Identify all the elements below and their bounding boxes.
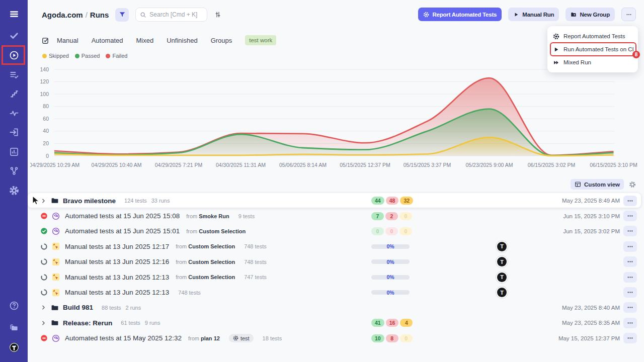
steps-icon xyxy=(9,89,19,99)
run-row[interactable]: Manual tests at 13 Jun 2025 12:17from Cu… xyxy=(32,239,640,254)
search-input[interactable]: Search [Cmd + K] xyxy=(135,8,207,22)
run-source: from Custom Selection xyxy=(176,243,235,249)
run-row[interactable]: Manual tests at 13 Jun 2025 12:13748 tes… xyxy=(32,285,640,300)
report-automated-tests-button[interactable]: Report Automated Tests xyxy=(418,8,502,21)
run-date: May 23, 2025 8:49 AM xyxy=(562,198,620,204)
menu-item-run-automated-tests-on-ci[interactable]: Run Automated Tests on CI8 xyxy=(547,43,638,56)
svg-text:04/30/2025 11:31 AM: 04/30/2025 11:31 AM xyxy=(216,162,266,168)
folder-icon xyxy=(51,304,59,312)
run-tests-count: 18 tests xyxy=(263,335,282,341)
assignee-avatar[interactable]: T xyxy=(497,288,507,297)
custom-view-button[interactable]: Custom view xyxy=(571,179,624,190)
row-more-button[interactable] xyxy=(623,196,637,206)
run-row[interactable]: Automated tests at 15 Jun 2025 15:08from… xyxy=(32,208,640,223)
progress-value: 0% xyxy=(386,259,394,265)
svg-text:04/29/2025 10:29 AM: 04/29/2025 10:29 AM xyxy=(30,162,79,168)
sidebar-item-steps[interactable] xyxy=(0,84,28,104)
row-more-button[interactable] xyxy=(623,272,637,283)
result-badges: 000 xyxy=(371,227,412,235)
sidebar-item-analytics[interactable] xyxy=(0,142,28,161)
sidebar-item-projects[interactable] xyxy=(0,318,28,337)
row-more-button[interactable] xyxy=(623,333,637,343)
sidebar-item-test-plans[interactable] xyxy=(0,65,28,84)
run-row[interactable]: Automated tests at 15 May 2025 12:32from… xyxy=(32,331,640,346)
run-title[interactable]: Manual tests at 13 Jun 2025 12:16 xyxy=(65,258,169,265)
run-tag[interactable]: test xyxy=(229,334,254,342)
menu-item-report-automated-tests[interactable]: Report Automated Tests xyxy=(547,30,638,43)
filter-settings-icon[interactable] xyxy=(214,11,222,19)
sidebar-item-import[interactable] xyxy=(0,123,28,142)
row-more-button[interactable] xyxy=(623,256,637,267)
tab-groups[interactable]: Groups xyxy=(211,37,232,44)
tab-unfinished[interactable]: Unfinished xyxy=(167,37,197,44)
run-title[interactable]: Manual tests at 13 Jun 2025 12:13 xyxy=(65,274,169,281)
row-more-button[interactable] xyxy=(623,318,637,328)
result-badges: 1080 xyxy=(371,334,413,342)
run-row[interactable]: Release: Rerun61 tests9 runs41164May 23,… xyxy=(32,315,640,330)
row-more-button[interactable] xyxy=(623,287,637,298)
group-name[interactable]: Release: Rerun xyxy=(63,319,112,327)
tab-mixed[interactable]: Mixed xyxy=(136,37,154,44)
run-row[interactable]: Manual tests at 13 Jun 2025 12:16from Cu… xyxy=(32,254,640,269)
run-row[interactable]: Bravo milestone124 tests33 runs444832May… xyxy=(32,193,640,208)
run-source: from Custom Selection xyxy=(176,274,235,280)
tab-automated[interactable]: Automated xyxy=(92,37,123,44)
manual-run-button[interactable]: Manual Run xyxy=(508,8,559,21)
assignee-avatar[interactable]: T xyxy=(497,273,507,282)
legend-item-passed[interactable]: Passed xyxy=(75,53,100,59)
sidebar-item-settings[interactable] xyxy=(0,181,28,200)
group-name[interactable]: Build 981 xyxy=(63,304,93,311)
manual-run-icon xyxy=(52,242,60,250)
row-more-button[interactable] xyxy=(623,241,637,252)
table-icon xyxy=(575,181,581,188)
run-row[interactable]: Build 98188 tests2 runsMay 23, 2025 8:40… xyxy=(32,300,640,315)
sprocket-icon xyxy=(423,12,429,18)
assignee-avatar[interactable]: T xyxy=(497,242,507,251)
svg-text:04/29/2025 10:40 AM: 04/29/2025 10:40 AM xyxy=(92,162,142,168)
breadcrumb-project[interactable]: Agoda.com xyxy=(42,11,83,19)
table-settings-button[interactable] xyxy=(629,181,636,188)
run-title[interactable]: Manual tests at 13 Jun 2025 12:17 xyxy=(65,243,169,250)
legend-item-skipped[interactable]: Skipped xyxy=(42,53,69,59)
run-source: from plan 12 xyxy=(188,335,220,341)
row-more-button[interactable] xyxy=(623,302,637,313)
svg-text:06/15/2025 3:10 PM: 06/15/2025 3:10 PM xyxy=(590,162,637,168)
assignee-avatar[interactable]: T xyxy=(497,257,507,266)
menu-item-mixed-run[interactable]: Mixed Run xyxy=(547,56,638,69)
sidebar-item-logo[interactable] xyxy=(0,338,28,357)
progress-bar: 0% xyxy=(371,244,410,249)
expand-chevron-icon[interactable] xyxy=(40,320,47,326)
status-progress-icon xyxy=(40,243,48,250)
sidebar-item-branches[interactable] xyxy=(0,161,28,180)
sidebar-item-tests[interactable] xyxy=(0,26,28,45)
tab-manual[interactable]: Manual xyxy=(57,37,78,44)
run-tests-count: 747 tests xyxy=(244,274,267,280)
row-more-button[interactable] xyxy=(623,226,637,236)
result-badges: 444832 xyxy=(371,197,413,205)
legend-item-failed[interactable]: Failed xyxy=(106,53,127,59)
run-title[interactable]: Manual tests at 13 Jun 2025 12:13 xyxy=(65,289,169,296)
automated-run-icon xyxy=(52,334,60,342)
status-passed-icon xyxy=(40,227,48,235)
badge-yellow: 0 xyxy=(399,212,412,220)
group-name[interactable]: Bravo milestone xyxy=(63,197,116,205)
more-actions-button[interactable] xyxy=(621,8,636,21)
run-source: from Custom Selection xyxy=(176,259,235,265)
badge-red: 16 xyxy=(386,319,399,327)
run-title[interactable]: Automated tests at 15 Jun 2025 15:08 xyxy=(65,212,180,220)
filter-button[interactable] xyxy=(115,8,129,22)
run-title[interactable]: Automated tests at 15 Jun 2025 15:01 xyxy=(65,227,180,235)
run-row[interactable]: Manual tests at 13 Jun 2025 12:13from Cu… xyxy=(32,269,640,285)
select-runs-icon[interactable] xyxy=(41,36,50,45)
new-group-button[interactable]: New Group xyxy=(566,8,615,21)
row-more-button[interactable] xyxy=(623,211,637,221)
sidebar-item-help[interactable] xyxy=(0,296,28,315)
run-title[interactable]: Automated tests at 15 May 2025 12:32 xyxy=(65,334,182,342)
tag-test-work[interactable]: test work xyxy=(245,35,276,45)
sidebar-item-pulse[interactable] xyxy=(0,104,28,123)
run-row[interactable]: Automated tests at 15 Jun 2025 15:01from… xyxy=(32,224,640,239)
sidebar-item-menu[interactable] xyxy=(0,5,28,24)
expand-chevron-icon[interactable] xyxy=(40,304,47,311)
result-badges: 41164 xyxy=(371,319,413,327)
expand-chevron-icon[interactable] xyxy=(40,198,47,204)
